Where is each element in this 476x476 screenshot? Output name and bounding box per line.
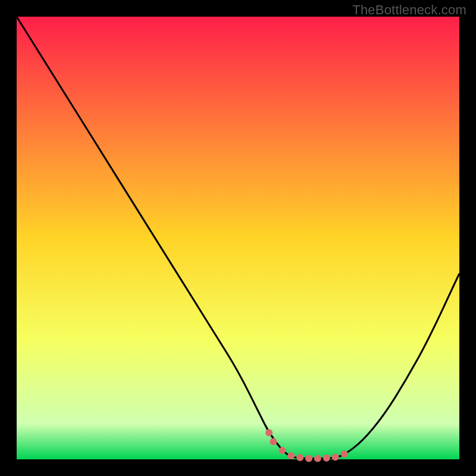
valley-marker xyxy=(296,454,303,461)
valley-marker xyxy=(314,455,321,462)
valley-marker xyxy=(270,438,277,445)
plot-background xyxy=(17,17,459,459)
valley-marker xyxy=(341,450,348,458)
bottleneck-chart: TheBottleneck.com xyxy=(0,0,476,476)
valley-marker xyxy=(305,455,312,462)
valley-marker xyxy=(287,452,295,459)
valley-marker xyxy=(323,455,330,462)
chart-svg xyxy=(0,0,476,476)
attribution-label: TheBottleneck.com xyxy=(352,2,466,18)
valley-marker xyxy=(332,453,339,461)
valley-marker xyxy=(265,429,273,436)
valley-marker xyxy=(278,447,286,454)
